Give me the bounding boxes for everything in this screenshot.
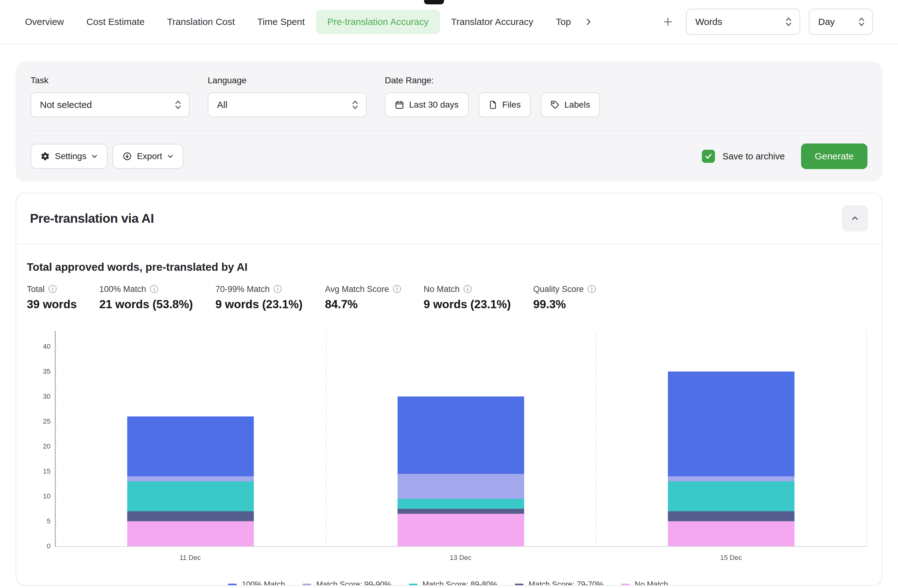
bar-segment[interactable] — [668, 521, 795, 546]
report-tabbar: Overview Cost Estimate Translation Cost … — [0, 0, 898, 44]
stat-value: 39 words — [27, 298, 77, 311]
card-title: Pre-translation via AI — [30, 211, 154, 226]
info-icon[interactable]: ⓘ — [48, 285, 57, 294]
legend-item: No Match — [621, 580, 668, 586]
legend-swatch — [228, 583, 237, 585]
caret-down-icon — [91, 153, 98, 159]
save-to-archive-checkbox[interactable] — [702, 150, 715, 163]
bar-segment[interactable] — [398, 397, 524, 474]
legend-label: Match Score: 79-70% — [529, 580, 603, 586]
section-title: Total approved words, pre-translated by … — [27, 261, 869, 273]
chart-legend: 100% MatchMatch Score: 99-90%Match Score… — [27, 580, 869, 586]
stat-100-match: 100% Match ⓘ 21 words (53.8%) — [99, 285, 193, 311]
y-axis-tick-label: 30 — [26, 393, 51, 400]
tab-top[interactable]: Top — [545, 10, 579, 34]
labels-filter-label: Labels — [564, 100, 590, 110]
stat-no-match: No Match ⓘ 9 words (23.1%) — [423, 285, 511, 311]
legend-swatch — [515, 583, 524, 585]
stacked-bar-15-dec[interactable] — [668, 371, 795, 546]
stat-value: 9 words (23.1%) — [423, 298, 511, 311]
legend-item: Match Score: 99-90% — [303, 580, 391, 586]
collapse-card-button[interactable] — [842, 205, 868, 231]
bar-segment[interactable] — [398, 474, 524, 499]
x-axis-label: 13 Dec — [325, 554, 595, 562]
bar-segment[interactable] — [127, 521, 254, 546]
stat-value: 84.7% — [325, 298, 401, 311]
stat-total: Total ⓘ 39 words — [27, 285, 77, 311]
bar-segment[interactable] — [398, 499, 524, 509]
plus-icon — [663, 17, 673, 27]
bar-segment[interactable] — [668, 371, 795, 476]
caret-down-icon — [167, 153, 173, 159]
task-field: Task Not selected — [31, 75, 189, 117]
language-select-value: All — [217, 100, 227, 110]
tabs-scroll-right-button[interactable] — [579, 12, 598, 31]
stat-value: 21 words (53.8%) — [99, 298, 193, 311]
task-select[interactable]: Not selected — [31, 92, 189, 117]
bar-segment[interactable] — [398, 514, 524, 546]
tab-translator-accuracy[interactable]: Translator Accuracy — [440, 10, 545, 34]
bar-segment[interactable] — [127, 511, 254, 521]
y-axis-tick-label: 5 — [26, 517, 51, 525]
chevron-right-icon — [584, 17, 593, 26]
save-to-archive-label: Save to archive — [723, 151, 785, 162]
unit-select-value: Words — [695, 17, 722, 27]
unit-select[interactable]: Words — [686, 9, 800, 35]
legend-label: Match Score: 99-90% — [316, 580, 391, 586]
bar-segment[interactable] — [127, 476, 254, 481]
bar-segment[interactable] — [668, 476, 795, 481]
browser-notch — [424, 0, 444, 5]
date-range-value: Last 30 days — [409, 100, 459, 110]
y-axis-tick-label: 20 — [26, 442, 51, 451]
files-filter-button[interactable]: Files — [479, 92, 531, 117]
add-report-tab-button[interactable] — [658, 12, 677, 31]
labels-filter-button[interactable]: Labels — [541, 92, 600, 117]
language-field: Language All — [208, 75, 367, 117]
bar-segment[interactable] — [127, 416, 254, 476]
settings-button[interactable]: Settings — [31, 144, 108, 169]
info-icon[interactable]: ⓘ — [587, 285, 596, 294]
gear-icon — [40, 152, 50, 161]
stacked-bar-13-dec[interactable] — [398, 397, 524, 546]
x-axis-label: 11 Dec — [55, 554, 325, 562]
export-button[interactable]: Export — [112, 144, 183, 169]
info-icon[interactable]: ⓘ — [392, 285, 401, 294]
tab-time-spent[interactable]: Time Spent — [246, 10, 316, 34]
tab-overview[interactable]: Overview — [14, 10, 75, 34]
vertical-gridline — [596, 331, 597, 547]
stat-label: 70-99% Match — [215, 285, 270, 294]
bar-segment[interactable] — [668, 481, 795, 511]
y-axis-tick-label: 25 — [26, 417, 51, 425]
bar-segment[interactable] — [398, 509, 524, 514]
generate-button[interactable]: Generate — [801, 143, 867, 169]
chevron-up-icon — [850, 214, 860, 223]
stat-label: Quality Score — [533, 285, 584, 294]
tab-cost-estimate[interactable]: Cost Estimate — [75, 10, 156, 34]
tab-translation-cost[interactable]: Translation Cost — [156, 10, 246, 34]
settings-label: Settings — [55, 151, 86, 161]
y-axis-tick-label: 35 — [26, 368, 51, 376]
stat-label: Avg Match Score — [325, 285, 389, 294]
language-select[interactable]: All — [208, 92, 367, 117]
check-icon — [704, 152, 712, 160]
select-stepper-icon — [785, 17, 792, 27]
stat-label: No Match — [423, 285, 460, 294]
info-icon[interactable]: ⓘ — [274, 285, 282, 294]
period-select-value: Day — [818, 17, 835, 27]
info-icon[interactable]: ⓘ — [463, 285, 472, 294]
stacked-bar-11-dec[interactable] — [127, 416, 254, 546]
tab-pre-translation-accuracy[interactable]: Pre-translation Accuracy — [316, 10, 440, 34]
period-select[interactable]: Day — [809, 9, 873, 35]
y-axis-tick-label: 40 — [26, 343, 51, 351]
chart-plot: 0510152025303540 — [55, 331, 866, 547]
info-icon[interactable]: ⓘ — [150, 285, 158, 294]
stat-label: 100% Match — [99, 285, 146, 294]
date-range-button[interactable]: Last 30 days — [385, 92, 469, 117]
legend-swatch — [621, 583, 630, 585]
tag-icon — [550, 100, 560, 109]
y-axis-tick-label: 0 — [26, 542, 51, 550]
bar-segment[interactable] — [127, 481, 254, 511]
y-axis-tick-label: 15 — [26, 467, 51, 476]
bar-segment[interactable] — [668, 511, 795, 521]
stat-value: 99.3% — [533, 298, 596, 311]
